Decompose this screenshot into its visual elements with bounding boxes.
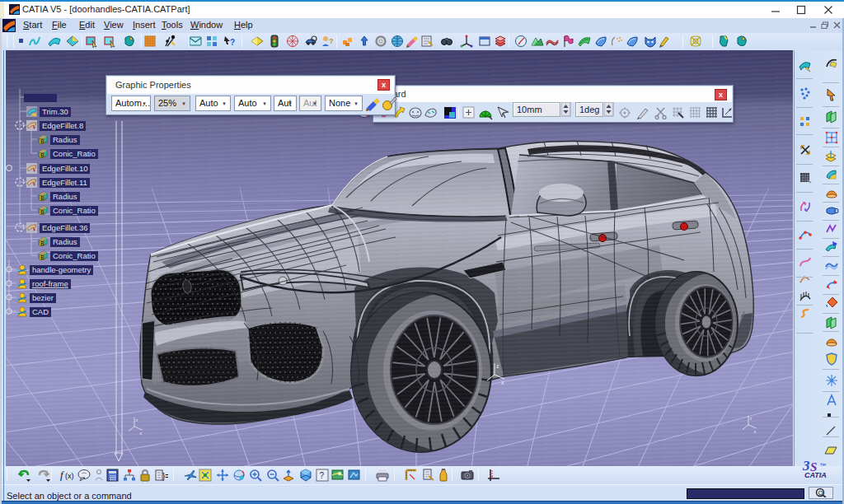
svg-text:B: B (40, 138, 45, 144)
svg-text:x: x (139, 431, 142, 436)
svg-text:CATIA: CATIA (804, 471, 827, 478)
svg-text:(x): (x) (65, 472, 74, 480)
svg-text:}=: }= (162, 472, 168, 481)
svg-text:z: z (136, 418, 138, 422)
svg-text:B: B (40, 209, 45, 215)
svg-text:x: x (501, 380, 504, 385)
svg-text:™: ™ (819, 462, 826, 469)
svg-text:?: ? (320, 471, 325, 480)
svg-text:x: x (753, 429, 756, 434)
svg-text:z: z (750, 416, 753, 421)
svg-text:B: B (40, 240, 45, 246)
svg-text:Q: Q (818, 489, 823, 497)
svg-text:?: ? (230, 38, 235, 47)
svg-text:B: B (40, 152, 45, 158)
svg-text:?: ? (329, 37, 334, 45)
svg-text:B: B (40, 195, 45, 201)
svg-text:B: B (40, 254, 45, 260)
svg-text:z: z (496, 363, 499, 369)
